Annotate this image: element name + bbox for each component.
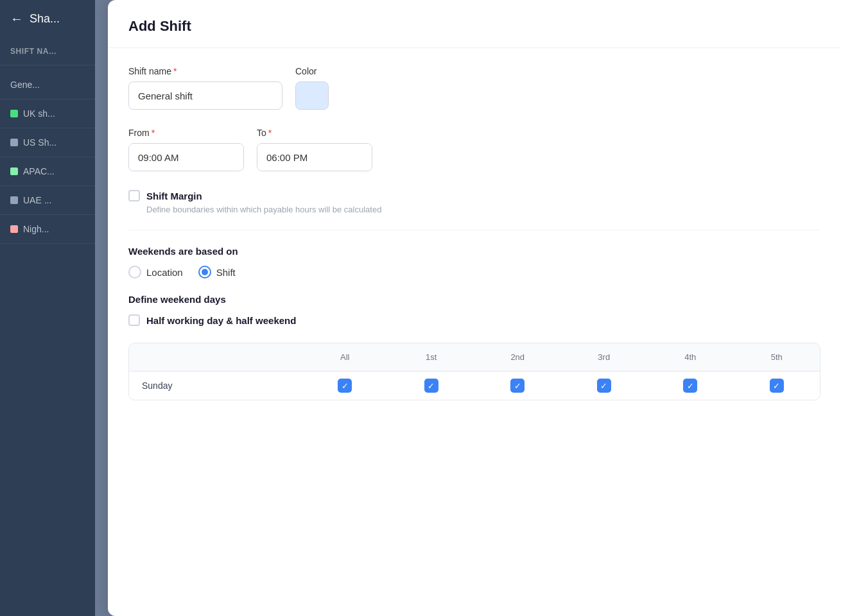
- sunday-2nd-checkbox[interactable]: ✓: [510, 379, 525, 393]
- shift-margin-checkbox[interactable]: [128, 190, 140, 201]
- back-arrow-icon: ←: [10, 12, 23, 26]
- sidebar-item-uk[interactable]: UK sh...: [0, 99, 95, 128]
- define-weekend-section: Define weekend days Half working day & h…: [128, 294, 820, 327]
- sidebar-item-us[interactable]: US Sh...: [0, 128, 95, 157]
- divider-1: [128, 230, 820, 230]
- required-star-to: *: [268, 128, 272, 138]
- radio-shift-label: Shift: [216, 267, 236, 278]
- required-star-from: *: [152, 128, 155, 138]
- sunday-4th-check[interactable]: ✓: [647, 372, 734, 400]
- weekends-label: Weekends are based on: [128, 246, 820, 257]
- back-label: Sha...: [30, 12, 60, 26]
- to-time-wrapper: ▲ ▼: [257, 143, 372, 171]
- radio-shift[interactable]: Shift: [198, 266, 236, 278]
- grid-header-1st: 1st: [388, 343, 475, 371]
- to-group: To * ▲ ▼: [257, 128, 372, 171]
- uk-color-dot: [10, 110, 18, 117]
- shift-margin-desc: Define boundaries within which payable h…: [146, 205, 381, 214]
- weekend-grid-header: All 1st 2nd 3rd 4th 5th: [129, 343, 820, 372]
- weekend-grid: All 1st 2nd 3rd 4th 5th Sunday ✓ ✓: [128, 343, 820, 400]
- sidebar-item-uae[interactable]: UAE ...: [0, 186, 95, 215]
- sidebar-list-header: Shift na...: [0, 38, 95, 65]
- radio-shift-outer[interactable]: [198, 266, 211, 278]
- modal-title: Add Shift: [128, 18, 820, 35]
- shift-name-group: Shift name *: [128, 66, 282, 110]
- main-area: Add Shift Shift name * Color: [95, 0, 841, 616]
- from-label: From *: [128, 128, 244, 138]
- sidebar-item-general[interactable]: Gene...: [0, 71, 95, 99]
- sunday-2nd-check[interactable]: ✓: [474, 372, 561, 400]
- sunday-5th-checkbox[interactable]: ✓: [770, 379, 784, 393]
- from-to-row: From * ▲ ▼ To *: [128, 128, 820, 171]
- define-weekend-label: Define weekend days: [128, 294, 820, 305]
- modal-panel: Add Shift Shift name * Color: [108, 0, 841, 616]
- shift-margin-section: Shift Margin Define boundaries within wh…: [128, 189, 820, 214]
- to-time-input[interactable]: [257, 144, 372, 171]
- radio-location-outer[interactable]: [128, 266, 141, 278]
- sunday-row: Sunday ✓ ✓ ✓ ✓ ✓: [129, 372, 820, 400]
- shift-name-input[interactable]: [128, 81, 282, 110]
- color-label: Color: [295, 66, 329, 76]
- shift-name-color-row: Shift name * Color: [128, 66, 820, 110]
- shift-name-label: Shift name *: [128, 66, 282, 76]
- half-working-checkbox[interactable]: [128, 314, 140, 326]
- shift-margin-text: Shift Margin Define boundaries within wh…: [146, 189, 381, 214]
- required-star-name: *: [173, 66, 177, 76]
- shift-margin-label: Shift Margin: [146, 189, 381, 203]
- sidebar-item-night[interactable]: Nigh...: [0, 215, 95, 244]
- radio-location-label: Location: [146, 267, 183, 278]
- shift-margin-row: Shift Margin Define boundaries within wh…: [128, 189, 820, 214]
- grid-header-4th: 4th: [647, 343, 734, 371]
- grid-header-2nd: 2nd: [474, 343, 561, 371]
- sunday-all-checkbox[interactable]: ✓: [338, 379, 352, 393]
- sidebar-panel: ← Sha... Shift na... Gene... UK sh... US…: [0, 0, 95, 616]
- night-color-dot: [10, 225, 18, 233]
- color-picker[interactable]: [295, 81, 329, 110]
- sunday-5th-check[interactable]: ✓: [734, 372, 820, 400]
- half-working-row: Half working day & half weekend: [128, 314, 820, 327]
- radio-shift-inner: [202, 269, 208, 275]
- grid-header-5th: 5th: [734, 343, 820, 371]
- grid-header-3rd: 3rd: [561, 343, 648, 371]
- back-header[interactable]: ← Sha...: [0, 0, 95, 38]
- sidebar-list: Gene... UK sh... US Sh... APAC... UAE ..…: [0, 65, 95, 249]
- to-label: To *: [257, 128, 372, 138]
- modal-header: Add Shift: [108, 0, 841, 48]
- sunday-label: Sunday: [129, 372, 302, 400]
- sunday-1st-checkbox[interactable]: ✓: [424, 379, 438, 393]
- sidebar-item-apac[interactable]: APAC...: [0, 157, 95, 186]
- apac-color-dot: [10, 167, 18, 175]
- from-time-wrapper: ▲ ▼: [128, 143, 244, 171]
- uae-color-dot: [10, 196, 18, 204]
- half-working-label: Half working day & half weekend: [146, 314, 296, 327]
- sunday-all-check[interactable]: ✓: [302, 372, 388, 400]
- sunday-1st-check[interactable]: ✓: [388, 372, 475, 400]
- weekends-radio-group: Location Shift: [128, 266, 820, 278]
- weekends-section: Weekends are based on Location Shift: [128, 246, 820, 278]
- modal-body: Shift name * Color From *: [108, 48, 841, 418]
- grid-header-all: All: [302, 343, 388, 371]
- color-group: Color: [295, 66, 329, 110]
- sunday-3rd-check[interactable]: ✓: [561, 372, 648, 400]
- sunday-4th-checkbox[interactable]: ✓: [683, 379, 697, 393]
- from-time-input[interactable]: [129, 144, 244, 171]
- radio-location[interactable]: Location: [128, 266, 183, 278]
- us-color-dot: [10, 139, 18, 146]
- grid-header-day: [129, 343, 302, 371]
- sunday-3rd-checkbox[interactable]: ✓: [597, 379, 611, 393]
- from-group: From * ▲ ▼: [128, 128, 244, 171]
